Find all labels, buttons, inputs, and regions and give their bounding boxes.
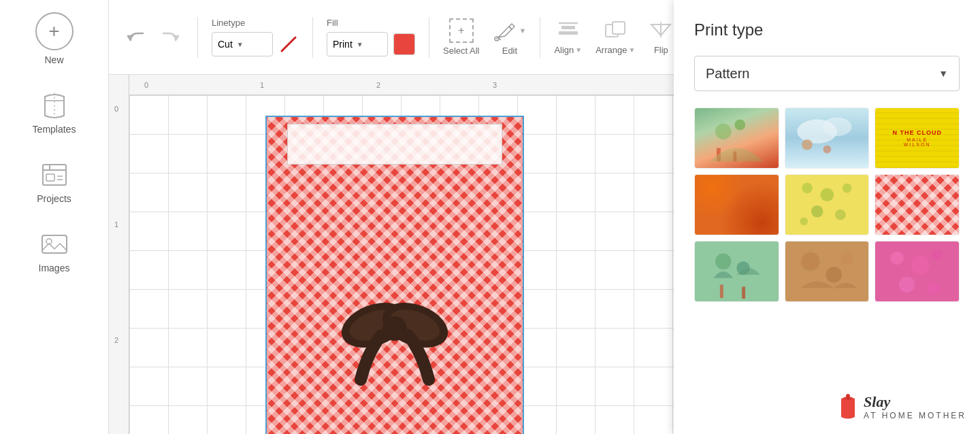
pattern-item-5[interactable] xyxy=(785,174,870,235)
svg-rect-53 xyxy=(847,395,849,400)
flip-icon xyxy=(649,19,673,42)
sidebar-label-new: New xyxy=(44,54,63,65)
pattern-item-9[interactable] xyxy=(875,241,960,302)
fill-section: Fill Print ▼ xyxy=(327,18,415,56)
watermark: Slay AT HOME MOTHER xyxy=(838,393,966,420)
projects-icon xyxy=(39,159,69,189)
linetype-row: Cut ▼ xyxy=(212,32,299,56)
sidebar-label-templates: Templates xyxy=(33,124,76,135)
templates-icon xyxy=(39,90,69,120)
sep-4 xyxy=(540,17,540,58)
svg-point-44 xyxy=(801,252,819,271)
images-icon xyxy=(39,229,69,258)
linetype-section: Linetype Cut ▼ xyxy=(212,18,299,56)
cut-line-icon xyxy=(278,34,299,54)
sidebar-label-projects: Projects xyxy=(37,193,71,204)
linetype-arrow: ▼ xyxy=(237,41,244,48)
p3-subtext: MAILE WILSON xyxy=(892,137,942,147)
pattern-item-8[interactable] xyxy=(785,241,870,302)
select-all-action[interactable]: + Select All xyxy=(443,18,479,56)
pattern-item-4[interactable] xyxy=(694,174,779,235)
undo-redo-group xyxy=(122,24,184,51)
print-type-panel: Print type Pattern ▼ xyxy=(674,0,980,434)
p3-text: N THE CLOUD xyxy=(892,129,942,136)
flip-action[interactable]: Flip xyxy=(649,19,673,55)
new-icon: + xyxy=(35,12,74,50)
watermark-icon xyxy=(838,393,858,420)
print-type-arrow: ▼ xyxy=(938,68,948,79)
edit-action[interactable]: ▼ Edit xyxy=(493,18,526,56)
watermark-text-block: Slay AT HOME MOTHER xyxy=(864,393,966,420)
svg-rect-7 xyxy=(42,235,67,253)
pattern-grid: N THE CLOUD MAILE WILSON xyxy=(694,107,960,302)
edit-label: Edit xyxy=(502,46,517,56)
watermark-sub: AT HOME MOTHER xyxy=(864,411,966,420)
svg-point-46 xyxy=(840,252,854,265)
ruler-left-tick-0: 0 xyxy=(114,105,118,113)
pattern-item-1[interactable] xyxy=(694,107,779,169)
svg-point-37 xyxy=(811,205,823,218)
watermark-script: Slay xyxy=(864,393,966,411)
align-action[interactable]: Align ▼ xyxy=(554,19,582,55)
pattern-item-3[interactable]: N THE CLOUD MAILE WILSON xyxy=(875,107,960,169)
svg-point-36 xyxy=(842,184,851,193)
select-all-icon: + xyxy=(449,18,474,43)
svg-point-38 xyxy=(835,210,846,220)
arrange-action[interactable]: Arrange ▼ xyxy=(595,19,635,55)
svg-point-47 xyxy=(891,252,904,265)
svg-point-39 xyxy=(800,218,808,226)
fill-dropdown[interactable]: Print ▼ xyxy=(327,32,388,56)
svg-point-45 xyxy=(826,267,841,282)
canvas-design-image[interactable] xyxy=(265,116,524,434)
undo-button[interactable] xyxy=(122,24,150,51)
svg-point-34 xyxy=(802,183,813,194)
svg-rect-15 xyxy=(559,31,578,35)
svg-point-26 xyxy=(715,123,731,139)
svg-rect-42 xyxy=(720,285,723,299)
svg-point-33 xyxy=(823,146,831,154)
ruler-left: 0 1 2 xyxy=(109,75,129,434)
svg-point-35 xyxy=(820,188,834,202)
sidebar-item-new[interactable]: + New xyxy=(0,7,108,71)
fill-label: Fill xyxy=(327,18,338,28)
svg-rect-14 xyxy=(561,26,575,29)
svg-rect-17 xyxy=(612,22,625,34)
print-type-dropdown[interactable]: Pattern ▼ xyxy=(694,56,960,91)
bow-svg xyxy=(333,291,456,386)
svg-point-50 xyxy=(899,277,915,293)
sidebar-label-images: Images xyxy=(39,263,70,273)
svg-rect-43 xyxy=(742,286,745,299)
svg-point-49 xyxy=(932,250,943,261)
fill-selected: Print xyxy=(333,39,353,50)
align-icon xyxy=(556,19,581,42)
ruler-tick-0: 0 xyxy=(144,81,148,89)
svg-point-48 xyxy=(911,256,930,274)
gift-label xyxy=(287,124,502,165)
ruler-left-tick-1: 1 xyxy=(114,220,118,229)
svg-marker-19 xyxy=(661,24,670,35)
ruler-tick-2: 2 xyxy=(376,81,380,89)
fill-arrow: ▼ xyxy=(357,41,363,48)
svg-point-51 xyxy=(927,282,941,295)
svg-line-9 xyxy=(282,37,295,51)
print-type-selected: Pattern xyxy=(706,66,749,82)
arrange-label: Arrange xyxy=(595,45,627,55)
sidebar-item-images[interactable]: Images xyxy=(0,223,108,279)
fill-color-swatch[interactable] xyxy=(393,33,415,55)
ruler-tick-3: 3 xyxy=(493,81,497,89)
align-label: Align xyxy=(554,45,574,55)
ruler-left-tick-2: 2 xyxy=(114,336,118,344)
pattern-item-6[interactable] xyxy=(875,174,960,235)
svg-point-27 xyxy=(734,120,745,131)
svg-point-31 xyxy=(822,118,851,136)
select-all-label: Select All xyxy=(443,46,479,56)
pattern-item-7[interactable] xyxy=(694,241,779,302)
redo-button[interactable] xyxy=(157,24,184,51)
arrange-icon xyxy=(603,19,627,42)
linetype-dropdown[interactable]: Cut ▼ xyxy=(212,32,273,56)
svg-point-32 xyxy=(802,139,813,150)
sep-3 xyxy=(429,17,429,58)
sidebar-item-templates[interactable]: Templates xyxy=(0,84,108,140)
sidebar-item-projects[interactable]: Projects xyxy=(0,154,108,210)
pattern-item-2[interactable] xyxy=(785,107,870,169)
